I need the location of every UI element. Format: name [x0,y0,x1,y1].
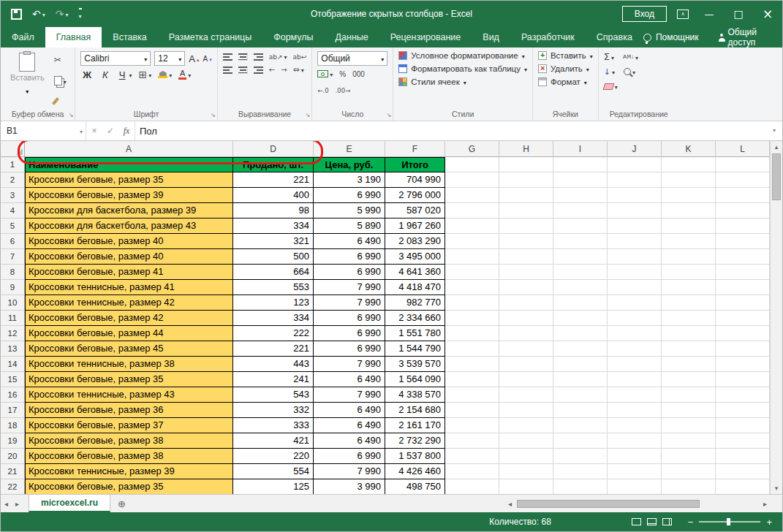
formula-input[interactable]: Пол [135,121,766,140]
tab-разметка-страницы[interactable]: Разметка страницы [158,27,262,48]
cell-A15[interactable]: Кроссовки беговые, размер 35 [25,372,233,387]
sort-filter-button[interactable] [623,52,638,62]
format-painter-button[interactable] [54,97,67,105]
cell-empty[interactable] [662,203,716,218]
cell-empty[interactable] [662,341,716,357]
cell-empty[interactable] [662,311,716,326]
cell-F2[interactable]: 704 990 [385,172,445,188]
cell-D20[interactable]: 220 [233,449,314,464]
maximize-button[interactable] [724,1,753,27]
number-dialog-launcher[interactable] [387,113,392,118]
cell-A11[interactable]: Кроссовки беговые, размер 42 [25,311,233,326]
cell-empty[interactable] [608,449,662,464]
ribbon-display-options-button[interactable]: ∧ [677,10,689,19]
cell-empty[interactable] [716,311,770,326]
column-header-L[interactable]: L [716,141,770,157]
cell-empty[interactable] [662,249,716,265]
cell-empty[interactable] [608,311,662,326]
cell-empty[interactable] [499,172,553,188]
cell-empty[interactable] [716,464,770,479]
cell-A10[interactable]: Кроссовки теннисные, размер 42 [25,295,233,311]
zoom-out-button[interactable]: − [688,517,694,527]
wrap-text-button[interactable] [293,51,307,61]
cell-empty[interactable] [608,280,662,295]
cell-empty[interactable] [499,372,553,387]
row-header-2[interactable]: 2 [1,172,25,188]
cell-D5[interactable]: 334 [233,218,314,234]
cell-empty[interactable] [499,403,553,418]
cell-empty[interactable] [499,265,553,280]
cell-empty[interactable] [445,295,499,311]
cell-empty[interactable] [716,249,770,265]
cell-E20[interactable]: 6 990 [314,449,385,464]
decrease-indent-button[interactable] [269,64,275,75]
cell-styles-button[interactable]: Стили ячеек [398,77,527,86]
cell-empty[interactable] [716,265,770,280]
number-format-combo[interactable]: Общий [317,51,387,66]
cell-empty[interactable] [499,203,553,218]
new-sheet-button[interactable] [110,495,133,512]
italic-button[interactable]: К [100,69,110,80]
align-center-button[interactable] [238,66,248,74]
tab-данные[interactable]: Данные [325,27,379,48]
expand-formula-bar-button[interactable] [766,121,782,140]
cell-D13[interactable]: 221 [233,341,314,357]
cell-F13[interactable]: 1 544 790 [385,341,445,357]
cell-empty[interactable] [499,326,553,341]
align-left-button[interactable] [223,66,232,74]
cell-A5[interactable]: Кроссовки для баскетбола, размер 43 [25,218,233,234]
cell-A14[interactable]: Кроссовки теннисные, размер 38 [25,357,233,372]
cell-A9[interactable]: Кроссовки теннисные, размер 41 [25,280,233,295]
cell-D3[interactable]: 400 [233,188,314,203]
sheet-tab[interactable]: microexcel.ru [29,495,110,512]
cell-empty[interactable] [553,418,608,433]
row-header-7[interactable]: 7 [1,249,25,265]
cell-F20[interactable]: 1 537 800 [385,449,445,464]
cell-D1[interactable]: Продано, шт. [233,157,314,172]
cell-D8[interactable]: 664 [233,265,314,280]
cell-F19[interactable]: 2 732 290 [385,433,445,449]
cell-empty[interactable] [662,188,716,203]
cell-empty[interactable] [608,157,662,172]
cell-D19[interactable]: 421 [233,433,314,449]
cell-empty[interactable] [499,234,553,249]
find-select-button[interactable] [624,66,635,77]
fill-color-button[interactable] [158,69,172,80]
increase-indent-button[interactable] [281,64,287,75]
font-size-combo[interactable]: 12 [154,51,185,66]
cell-empty[interactable] [445,280,499,295]
tab-файл[interactable]: Файл [1,27,45,48]
cell-empty[interactable] [553,157,608,172]
decrease-decimal-button[interactable] [336,82,351,96]
column-header-A[interactable]: A [25,141,233,157]
cell-empty[interactable] [445,433,499,449]
cell-empty[interactable] [445,326,499,341]
cell-empty[interactable] [662,265,716,280]
cell-empty[interactable] [608,249,662,265]
row-header-16[interactable]: 16 [1,387,25,403]
cell-empty[interactable] [553,234,608,249]
zoom-slider[interactable] [699,521,760,522]
cell-empty[interactable] [662,172,716,188]
cell-empty[interactable] [553,280,608,295]
cell-F5[interactable]: 1 967 260 [385,218,445,234]
orientation-button[interactable] [269,51,287,61]
cell-E11[interactable]: 6 990 [314,311,385,326]
cell-F14[interactable]: 3 539 570 [385,357,445,372]
cell-D11[interactable]: 334 [233,311,314,326]
cell-empty[interactable] [716,295,770,311]
cell-A12[interactable]: Кроссовки беговые, размер 44 [25,326,233,341]
cell-empty[interactable] [662,357,716,372]
clipboard-dialog-launcher[interactable] [69,113,74,118]
row-header-15[interactable]: 15 [1,372,25,387]
login-button[interactable]: Вход [622,6,667,22]
cell-empty[interactable] [608,372,662,387]
cell-empty[interactable] [499,218,553,234]
cell-E21[interactable]: 7 990 [314,464,385,479]
horizontal-scroll-thumb[interactable] [517,500,700,508]
align-top-button[interactable] [223,53,232,61]
cell-A1[interactable]: Наименование [25,157,233,172]
cell-empty[interactable] [716,387,770,403]
cell-E10[interactable]: 7 990 [314,295,385,311]
cell-empty[interactable] [716,418,770,433]
